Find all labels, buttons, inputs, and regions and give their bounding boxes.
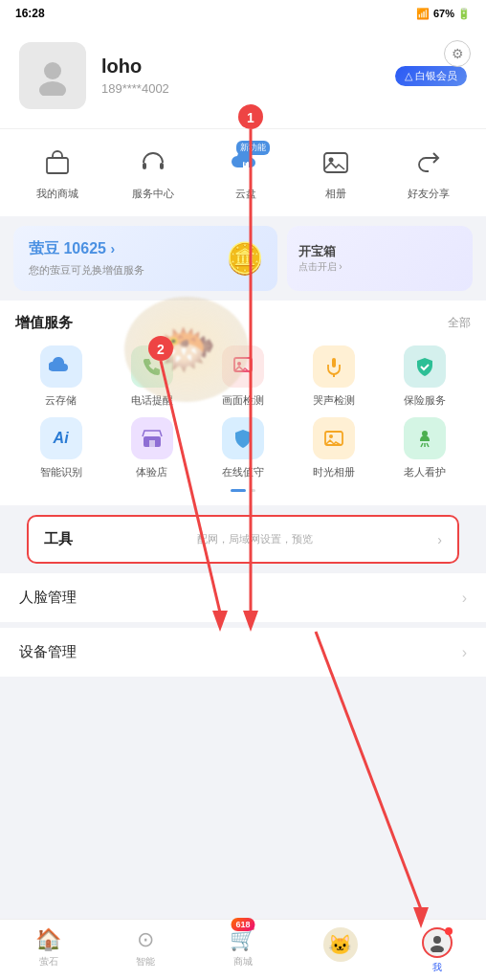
nav-mall[interactable]: 618 🛒 商城	[194, 927, 292, 974]
tools-section[interactable]: 工具 配网，局域网设置，预览 ›	[27, 515, 459, 564]
tools-wrapper: 工具 配网，局域网设置，预览 ›	[13, 515, 473, 564]
cloud-badge: 新功能	[236, 141, 270, 155]
time-display: 16:28	[15, 7, 45, 20]
nav-pet[interactable]: 🐱	[292, 927, 389, 974]
status-icons: 📶 67% 🔋	[416, 8, 471, 20]
bottom-nav: 🏠 萤石 ⊙ 智能 618 🛒 商城 🐱 我	[0, 919, 486, 980]
time-album-icon	[313, 417, 355, 459]
exp-store-label: 体验店	[136, 465, 167, 479]
avatar	[19, 42, 86, 109]
mascot-overlay: 🐡	[124, 297, 249, 402]
profile-section: loho 189****4002 △ 白银会员 ⚙	[0, 27, 486, 128]
svg-point-17	[433, 936, 441, 944]
nav-home[interactable]: 🏠 萤石	[0, 927, 98, 974]
face-manage-arrow: ›	[462, 590, 467, 607]
device-manage-item[interactable]: 设备管理 ›	[0, 628, 486, 677]
svg-rect-3	[143, 163, 146, 169]
face-manage-item[interactable]: 人脸管理 ›	[0, 573, 486, 622]
svg-rect-2	[47, 158, 68, 173]
settings-icon[interactable]: ⚙	[444, 40, 471, 67]
status-bar: 16:28 📶 67% 🔋	[0, 0, 486, 27]
menu-label-album: 相册	[325, 187, 346, 201]
ai-detect-label: 智能识别	[40, 465, 82, 479]
service-exp-store[interactable]: 体验店	[106, 417, 197, 479]
elder-care-label: 老人看护	[404, 465, 446, 479]
service-online-guard[interactable]: 在线值守	[197, 417, 288, 479]
online-guard-icon	[222, 417, 264, 459]
svg-point-7	[329, 158, 334, 163]
me-avatar	[422, 927, 453, 958]
svg-rect-5	[243, 162, 249, 168]
elder-care-icon	[404, 417, 446, 459]
menu-item-cloud[interactable]: 新功能 云盘	[228, 145, 264, 201]
nav-me-label: 我	[432, 961, 442, 974]
service-insurance[interactable]: 保险服务	[380, 345, 471, 408]
nav-mall-label: 商城	[233, 955, 253, 969]
profile-name: loho	[101, 56, 380, 78]
prize-card[interactable]: 开宝箱 点击开启 ›	[287, 226, 473, 291]
avatar-icon	[33, 56, 73, 96]
pet-avatar: 🐱	[323, 927, 358, 962]
exp-store-icon	[131, 417, 173, 459]
prize-subtitle: 点击开启 ›	[298, 260, 461, 274]
menu-label-share: 好友分享	[408, 187, 450, 201]
tools-arrow: ›	[437, 532, 442, 547]
tools-title: 工具	[44, 530, 73, 548]
device-manage-label: 设备管理	[19, 643, 77, 661]
svg-point-18	[431, 946, 444, 952]
home-icon: 🏠	[35, 927, 61, 952]
bean-icon: 🪙	[226, 240, 264, 277]
menu-label-cloud: 云盘	[235, 187, 256, 201]
cloud-storage-label: 云存储	[45, 393, 77, 408]
nav-smart[interactable]: ⊙ 智能	[98, 927, 195, 974]
menu-row: 我的商城 服务中心 新功能 云盘 相册 好友分享	[0, 128, 486, 216]
menu-label-service: 服务中心	[132, 187, 174, 201]
mall-badge: 618	[231, 918, 254, 931]
services-more[interactable]: 全部	[448, 315, 471, 331]
menu-item-myshop[interactable]: 我的商城	[36, 145, 78, 201]
face-manage-label: 人脸管理	[19, 589, 77, 607]
tools-row: 工具 配网，局域网设置，预览 ›	[44, 530, 442, 548]
services-title: 增值服务	[15, 314, 73, 332]
cloud-storage-icon	[40, 345, 82, 388]
svg-point-0	[44, 62, 61, 79]
profile-info: loho 189****4002	[101, 56, 380, 96]
service-ai-detect[interactable]: Ai 智能识别	[15, 417, 106, 479]
profile-phone: 189****4002	[101, 81, 380, 96]
menu-item-share[interactable]: 好友分享	[408, 145, 450, 201]
svg-rect-13	[149, 440, 155, 447]
service-time-album[interactable]: 时光相册	[289, 417, 380, 479]
online-guard-label: 在线值守	[222, 465, 264, 479]
battery-display: 67% 🔋	[433, 8, 471, 20]
nav-home-label: 萤石	[39, 955, 58, 969]
time-album-label: 时光相册	[313, 465, 355, 479]
bean-card[interactable]: 萤豆 10625 › 您的萤豆可兑换增值服务 🪙	[13, 226, 277, 291]
voice-check-icon	[313, 345, 355, 388]
cloud-icon: 新功能	[228, 145, 264, 181]
me-notification-dot	[445, 927, 453, 935]
device-manage-arrow: ›	[462, 644, 467, 661]
pagination-dots	[15, 489, 471, 492]
ai-detect-icon: Ai	[40, 417, 82, 459]
service-elder-care[interactable]: 老人看护	[380, 417, 471, 479]
nav-smart-label: 智能	[136, 955, 155, 969]
share-icon	[410, 145, 447, 181]
service-voice-check[interactable]: 哭声检测	[289, 345, 380, 408]
insurance-icon	[404, 345, 446, 388]
signal-bars: 📶	[416, 8, 430, 20]
myshop-icon	[39, 145, 76, 181]
image-check-label: 画面检测	[222, 393, 264, 408]
menu-item-album[interactable]: 相册	[318, 145, 354, 201]
service-cloud-storage[interactable]: 云存储	[15, 345, 106, 408]
smart-icon: ⊙	[137, 927, 154, 952]
prize-title: 开宝箱	[298, 243, 461, 260]
service-icon	[135, 145, 171, 181]
svg-rect-4	[160, 163, 164, 169]
svg-point-15	[329, 434, 333, 438]
menu-item-service[interactable]: 服务中心	[132, 145, 174, 201]
tools-subtitle: 配网，局域网设置，预览	[197, 532, 313, 546]
nav-me[interactable]: 我	[388, 927, 486, 974]
bean-section: 萤豆 10625 › 您的萤豆可兑换增值服务 🪙 开宝箱 点击开启 ›	[13, 226, 473, 291]
vip-badge[interactable]: △ 白银会员	[395, 66, 467, 86]
svg-rect-10	[332, 358, 336, 368]
